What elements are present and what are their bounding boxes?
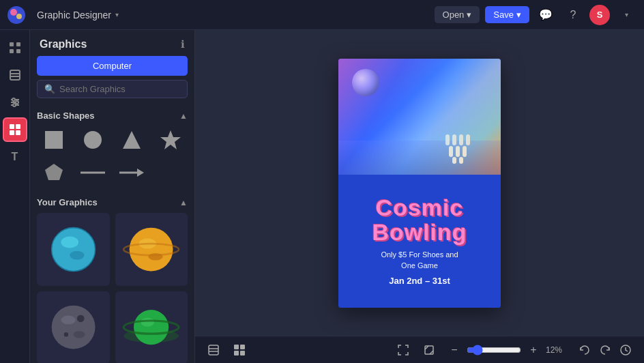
svg-marker-27	[137, 169, 144, 177]
graphic-grey-planet[interactable]	[37, 291, 110, 364]
panel-content: Basic Shapes ▲	[30, 105, 194, 363]
zoom-in-button[interactable]: +	[525, 342, 542, 358]
save-label: Save	[493, 10, 514, 20]
shapes-grid	[37, 126, 188, 186]
chat-icon-button[interactable]: 💬	[535, 4, 557, 26]
poster-date: Jan 2nd – 31st	[389, 276, 450, 286]
undo-button[interactable]	[576, 341, 594, 359]
graphic-blue-planet[interactable]	[37, 213, 110, 286]
basic-shapes-header: Basic Shapes ▲	[37, 105, 188, 126]
svg-rect-67	[240, 345, 245, 349]
search-input-wrap: 🔍	[37, 80, 188, 98]
svg-point-0	[8, 6, 25, 24]
svg-marker-23	[160, 130, 181, 149]
sidebar-btn-layers[interactable]	[3, 63, 27, 87]
svg-rect-69	[240, 351, 245, 355]
svg-rect-7	[10, 70, 20, 80]
sidebar-btn-text[interactable]: T	[3, 145, 27, 169]
svg-point-2	[16, 14, 22, 19]
svg-marker-22	[123, 131, 141, 149]
sidebar-btn-adjust[interactable]	[3, 90, 27, 115]
svg-point-39	[77, 315, 85, 323]
zoom-controls: − + 12%	[446, 342, 568, 358]
layers-bottom-icon	[207, 344, 220, 356]
shape-arrow[interactable]	[115, 159, 149, 186]
svg-point-13	[12, 98, 15, 101]
basic-shapes-title: Basic Shapes	[37, 111, 95, 121]
sidebar-btn-home[interactable]	[3, 35, 27, 60]
history-button[interactable]	[617, 341, 634, 359]
svg-point-15	[13, 104, 16, 106]
adjust-icon	[8, 96, 22, 109]
layers-icon	[8, 68, 22, 82]
zoom-out-button[interactable]: −	[446, 342, 463, 358]
svg-point-14	[16, 101, 18, 104]
undo-icon	[579, 344, 591, 356]
poster-image	[338, 59, 501, 175]
home-icon	[8, 41, 22, 55]
fit-button[interactable]	[420, 341, 438, 359]
save-button[interactable]: Save ▾	[485, 6, 529, 23]
redo-button[interactable]	[596, 341, 614, 359]
your-graphics-header: Your Graphics ▲	[37, 192, 188, 213]
search-input[interactable]	[59, 84, 180, 94]
fullscreen-icon	[397, 344, 409, 356]
grid-bottom-button[interactable]	[231, 341, 248, 359]
save-chevron: ▾	[516, 10, 521, 20]
fullscreen-button[interactable]	[394, 341, 412, 359]
user-avatar[interactable]: S	[589, 5, 610, 25]
help-icon-button[interactable]: ?	[562, 4, 584, 26]
top-nav: Graphic Designer ▾ Open ▾ Save ▾ 💬 ? S ▾	[0, 0, 644, 30]
panel-title: Graphics	[40, 38, 87, 50]
zoom-slider[interactable]	[467, 345, 521, 355]
nav-actions: Open ▾ Save ▾ 💬 ? S ▾	[435, 4, 637, 26]
shape-pentagon[interactable]	[37, 159, 70, 186]
svg-rect-68	[234, 351, 239, 355]
account-chevron-button[interactable]: ▾	[615, 4, 637, 26]
svg-rect-6	[16, 49, 20, 53]
svg-rect-70	[425, 346, 433, 354]
graphic-orange-planet[interactable]	[115, 213, 188, 286]
svg-rect-16	[10, 124, 14, 129]
shape-square[interactable]	[37, 126, 70, 154]
shape-circle[interactable]	[76, 126, 109, 154]
svg-rect-18	[10, 130, 14, 135]
svg-point-42	[134, 310, 169, 345]
svg-rect-66	[234, 345, 239, 349]
sidebar-btn-graphics[interactable]	[3, 117, 27, 142]
basic-shapes-toggle[interactable]: ▲	[179, 111, 188, 121]
open-button[interactable]: Open ▾	[435, 6, 480, 23]
your-graphics-toggle[interactable]: ▲	[179, 198, 188, 207]
undo-redo-group	[576, 341, 634, 359]
zoom-percent: 12%	[546, 345, 568, 355]
graphic-green-planet[interactable]	[115, 291, 188, 364]
panel-header: Graphics ℹ	[30, 30, 194, 56]
svg-point-43	[141, 318, 154, 327]
fit-icon	[423, 344, 435, 356]
shape-triangle[interactable]	[115, 126, 149, 154]
svg-point-30	[70, 250, 84, 259]
app-name-dropdown[interactable]: Graphic Designer ▾	[31, 7, 124, 23]
app-logo	[7, 5, 26, 25]
poster-title-line1: Cosmic	[376, 194, 464, 220]
search-row: Computer 🔍	[30, 56, 194, 105]
svg-rect-4	[10, 49, 14, 53]
poster-title-line2: Bowling	[372, 219, 467, 245]
avatar-char: S	[597, 10, 603, 20]
poster-title: Cosmic Bowling	[372, 196, 467, 244]
canvas-area: Cosmic Bowling Only $5 For Shoes andOne …	[195, 30, 644, 363]
graphics-panel: Graphics ℹ Computer 🔍 Basic Shapes ▲	[30, 30, 195, 363]
layers-bottom-button[interactable]	[205, 341, 222, 359]
svg-rect-63	[209, 345, 218, 355]
svg-point-38	[73, 331, 85, 338]
open-chevron: ▾	[467, 10, 471, 20]
shape-line[interactable]	[76, 159, 109, 186]
text-icon: T	[12, 151, 18, 163]
svg-point-29	[61, 236, 78, 248]
canvas-container[interactable]: Cosmic Bowling Only $5 For Shoes andOne …	[195, 30, 644, 336]
shape-star[interactable]	[154, 126, 188, 154]
category-button[interactable]: Computer	[37, 56, 188, 76]
svg-marker-24	[45, 164, 63, 180]
svg-point-36	[51, 306, 95, 349]
panel-info-button[interactable]: ℹ	[181, 38, 185, 50]
